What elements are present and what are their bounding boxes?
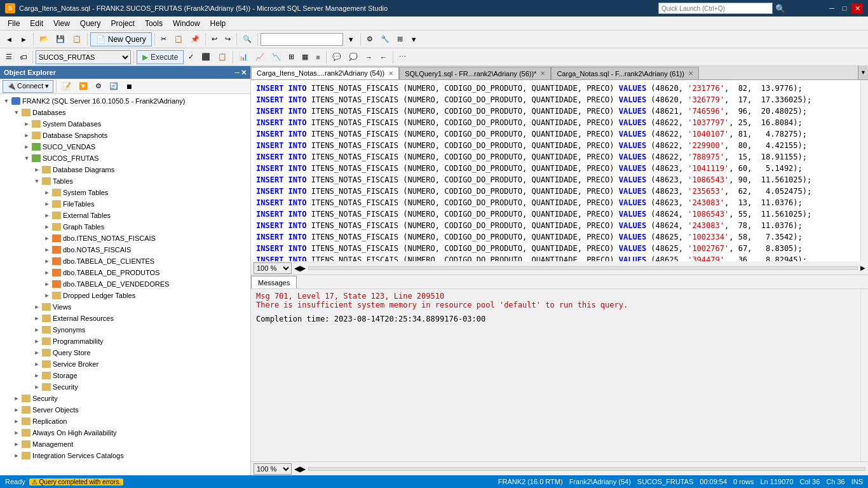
tree-item-11[interactable]: ►Graph Tables [0,221,250,233]
tree-item-12[interactable]: ►dbo.ITENS_NOTAS_FISCAIS [0,233,250,244]
tree-item-10[interactable]: ►External Tables [0,210,250,221]
zoom-selector2[interactable]: 100 % [254,463,292,475]
expand-icon-26[interactable]: ► [13,395,20,402]
connect-button[interactable]: 🔌 Connect ▾ [3,80,53,93]
expand-icon-17[interactable]: ► [43,292,51,299]
tree-item-22[interactable]: ►Query Store [0,347,250,358]
tree-item-9[interactable]: ►FileTables [0,198,250,210]
menu-file[interactable]: File [3,18,25,29]
expand-icon-20[interactable]: ► [33,327,41,333]
tree-item-1[interactable]: ▼Databases [0,107,250,118]
oe-stop-icon[interactable]: ⏹ [123,79,136,93]
tree-item-5[interactable]: ▼SUCOS_FRUTAS [0,152,250,164]
messages-vscrollbar[interactable] [860,289,868,461]
outdent-button[interactable]: ← [377,50,390,64]
tree-item-27[interactable]: ►Server Objects [0,404,250,416]
search-icon[interactable]: 🔍 [775,4,785,13]
object-explorer-toggle[interactable]: ☰ [3,50,15,64]
oe-refresh-icon[interactable]: 🔄 [106,79,121,93]
tree-item-19[interactable]: ►External Resources [0,313,250,324]
comment-button[interactable]: 💬 [329,50,344,64]
expand-icon-2[interactable]: ► [23,121,31,127]
tab-2-close[interactable]: ✕ [688,70,693,77]
tree-item-4[interactable]: ►SUCO_VENDAS [0,141,250,152]
tree-item-26[interactable]: ►Security [0,393,250,404]
menu-edit[interactable]: Edit [25,18,48,29]
custom-button[interactable]: ▼ [407,32,421,46]
live-stats-button[interactable]: 📉 [269,50,284,64]
expand-icon-3[interactable]: ► [23,132,31,139]
oe-close-icon[interactable]: ✕ [241,69,247,77]
save-button[interactable]: 💾 [53,32,68,46]
check-syntax-button[interactable]: ✓ [185,50,197,64]
tab-1-close[interactable]: ✕ [540,70,545,77]
expand-icon-21[interactable]: ► [33,338,41,344]
expand-icon-18[interactable]: ► [33,304,41,310]
tree-item-20[interactable]: ►Synonyms [0,324,250,336]
tabs-dropdown-button[interactable]: ▼ [858,65,868,79]
find-button[interactable]: 🔍 [240,32,255,46]
editor-hscrollbar[interactable] [308,266,858,270]
tree-item-15[interactable]: ►dbo.TABELA_DE_PRODUTOS [0,267,250,278]
tree-item-23[interactable]: ►Service Broker [0,358,250,370]
tree-item-14[interactable]: ►dbo.TABELA_DE_CLIENTES [0,255,250,267]
uncomment-button[interactable]: 💭 [346,50,361,64]
more-options-button[interactable]: ⋯ [396,50,409,64]
tools-button[interactable]: 🔧 [377,32,393,46]
tree-item-24[interactable]: ►Storage [0,370,250,381]
minimize-button[interactable]: ─ [826,3,837,13]
tree-item-0[interactable]: ▼FRANK2 (SQL Server 16.0.1050.5 - Frank2… [0,95,250,107]
parse-button[interactable]: 📋 [215,50,230,64]
tree-item-8[interactable]: ►System Tables [0,187,250,198]
expand-icon-14[interactable]: ► [43,258,51,264]
expand-icon-5[interactable]: ▼ [23,155,31,161]
menu-project[interactable]: Project [106,18,140,29]
close-button[interactable]: ✕ [851,3,863,13]
new-query-button[interactable]: 📄 New Query [90,32,152,46]
expand-icon-19[interactable]: ► [33,315,41,322]
tree-item-7[interactable]: ▼Tables [0,175,250,187]
more-button[interactable]: ⊞ [394,32,406,46]
maximize-button[interactable]: □ [839,3,850,13]
expand-icon-23[interactable]: ► [33,361,41,367]
cut-button[interactable]: ✂ [158,32,170,46]
menu-window[interactable]: Window [168,18,205,29]
tab-0-close[interactable]: ✕ [388,70,393,77]
expand-icon-31[interactable]: ► [13,452,20,459]
expand-icon-8[interactable]: ► [43,189,51,196]
expand-icon-15[interactable]: ► [43,269,51,276]
expand-icon-12[interactable]: ► [43,235,51,241]
text-results-button[interactable]: ≡ [313,50,323,64]
expand-icon-13[interactable]: ► [43,247,51,253]
expand-icon-27[interactable]: ► [13,407,20,413]
expand-icon-25[interactable]: ► [33,384,41,390]
saveall-button[interactable]: 📋 [69,32,85,46]
forward-button[interactable]: ► [17,32,31,46]
oe-filter-settings-icon[interactable]: ⚙ [92,79,105,93]
tab-0[interactable]: Carga_Itens_Notas....rank2\Adriany (54))… [251,67,399,79]
back-button[interactable]: ◄ [3,32,16,46]
scroll-right-icon[interactable]: ▶ [860,264,865,271]
paste-button[interactable]: 📌 [187,32,203,46]
undo-button[interactable]: ↩ [208,32,220,46]
expand-icon-0[interactable]: ▼ [3,98,10,104]
oe-new-query-icon[interactable]: 📝 [59,79,74,93]
expand-icon-9[interactable]: ► [43,201,51,207]
expand-icon-22[interactable]: ► [33,349,41,356]
properties-button[interactable]: 🏷 [17,50,30,64]
sql-editor[interactable]: INSERT INTO ITENS_NOTAS_FISCAIS (NUMERO,… [251,80,860,261]
open-file-button[interactable]: 📂 [36,32,51,46]
zoom-selector[interactable]: 100 % [254,262,292,274]
expand-icon-1[interactable]: ▼ [13,109,20,116]
menu-help[interactable]: Help [205,18,231,29]
tree-item-21[interactable]: ►Programmability [0,336,250,347]
tree-item-16[interactable]: ►dbo.TABELA_DE_VENDEDORES [0,278,250,290]
include-client-stats[interactable]: 📊 [236,50,251,64]
expand-icon-24[interactable]: ► [33,372,41,379]
results-button[interactable]: ⊞ [285,50,297,64]
grid-results-button[interactable]: ▦ [299,50,311,64]
tree-item-29[interactable]: ►Always On High Availability [0,427,250,438]
search-toolbar-input[interactable] [261,33,343,46]
expand-icon-11[interactable]: ► [43,224,51,230]
tree-item-6[interactable]: ►Database Diagrams [0,164,250,175]
